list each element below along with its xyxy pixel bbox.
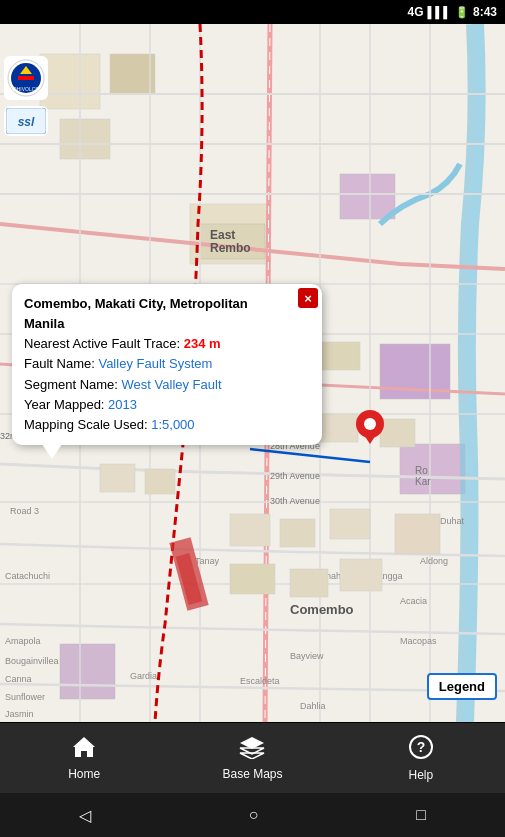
svg-text:Bougainvillea: Bougainvillea: [5, 656, 59, 666]
popup-fault-row: Fault Name: Valley Fault System: [24, 354, 310, 374]
back-button[interactable]: ◁: [59, 798, 111, 833]
status-bar: 4G ▌▌▌ 🔋 8:43: [0, 0, 505, 24]
svg-text:29th Avenue: 29th Avenue: [270, 471, 320, 481]
home-button[interactable]: ○: [229, 798, 279, 832]
logo-area: PHIVOLCS ssl: [4, 56, 48, 136]
svg-text:Canna: Canna: [5, 674, 32, 684]
legend-button[interactable]: Legend: [427, 673, 497, 700]
popup-segment-name-val: West Valley Fault: [122, 377, 222, 392]
popup-fault-name-val: Valley Fault System: [98, 356, 212, 371]
svg-text:Rembo: Rembo: [210, 241, 251, 255]
svg-text:PHIVOLCS: PHIVOLCS: [13, 86, 39, 92]
svg-text:Bayview: Bayview: [290, 651, 324, 661]
svg-text:30th Avenue: 30th Avenue: [270, 496, 320, 506]
popup-scale-label: Mapping Scale Used:: [24, 417, 148, 432]
nav-item-home[interactable]: Home: [0, 735, 168, 781]
svg-text:Comembo: Comembo: [290, 602, 354, 617]
recent-apps-button[interactable]: □: [396, 798, 446, 832]
svg-rect-57: [280, 519, 315, 547]
svg-text:Gardia: Gardia: [130, 671, 157, 681]
nav-item-basemaps[interactable]: Base Maps: [168, 735, 336, 781]
popup-distance: 234 m: [184, 336, 221, 351]
svg-marker-80: [73, 737, 95, 757]
svg-rect-1: [40, 54, 100, 109]
popup-segment-row: Segment Name: West Valley Fault: [24, 375, 310, 395]
popup-nearest-row: Nearest Active Fault Trace: 234 m: [24, 334, 310, 354]
svg-rect-66: [380, 419, 415, 447]
svg-text:Catachuchi: Catachuchi: [5, 571, 50, 581]
svg-text:Road 3: Road 3: [10, 506, 39, 516]
bottom-navigation: Home Base Maps ? Help: [0, 723, 505, 793]
svg-rect-55: [145, 469, 175, 494]
basemaps-icon: [238, 735, 266, 763]
svg-rect-75: [18, 76, 34, 80]
popup-segment-label: Segment Name:: [24, 377, 118, 392]
svg-point-71: [364, 418, 376, 430]
nav-label-home: Home: [68, 767, 100, 781]
clock: 8:43: [473, 5, 497, 19]
svg-rect-65: [320, 414, 358, 442]
svg-text:Aldong: Aldong: [420, 556, 448, 566]
ssl-logo: ssl: [4, 106, 48, 136]
svg-rect-61: [340, 559, 382, 591]
popup-title: Comembo, Makati City, Metropolitan Manil…: [24, 294, 290, 334]
popup-close-button[interactable]: ×: [298, 288, 318, 308]
signal-icon: ▌▌▌: [428, 6, 451, 18]
svg-rect-6: [340, 174, 395, 219]
popup-year-label: Year Mapped:: [24, 397, 104, 412]
svg-text:Acacia: Acacia: [400, 596, 427, 606]
svg-text:Tanay: Tanay: [195, 556, 220, 566]
nav-label-basemaps: Base Maps: [222, 767, 282, 781]
popup-scale: 1:5,000: [151, 417, 194, 432]
svg-rect-9: [60, 644, 115, 699]
svg-text:East: East: [210, 228, 235, 242]
popup-year: 2013: [108, 397, 137, 412]
svg-rect-8: [400, 444, 465, 494]
svg-text:Amapola: Amapola: [5, 636, 41, 646]
svg-text:Dahlia: Dahlia: [300, 701, 326, 711]
popup-year-row: Year Mapped: 2013: [24, 395, 310, 415]
home-icon: [71, 735, 97, 763]
android-navigation-bar: ◁ ○ □: [0, 793, 505, 837]
info-popup: × Comembo, Makati City, Metropolitan Man…: [12, 284, 322, 445]
popup-scale-row: Mapping Scale Used: 1:5,000: [24, 415, 310, 435]
nav-label-help: Help: [408, 768, 433, 782]
svg-rect-54: [100, 464, 135, 492]
phivolcs-logo: PHIVOLCS: [4, 56, 48, 100]
svg-rect-3: [60, 119, 110, 159]
svg-rect-2: [110, 54, 155, 94]
svg-text:Duhat: Duhat: [440, 516, 465, 526]
battery-icon: 🔋: [455, 6, 469, 19]
svg-text:ssl: ssl: [18, 115, 35, 129]
svg-text:Jasmin: Jasmin: [5, 709, 34, 719]
map-area[interactable]: Avenue East Rembo Comembo RoKar 32nd Ave…: [0, 24, 505, 722]
svg-text:Sunflower: Sunflower: [5, 692, 45, 702]
svg-rect-59: [230, 564, 275, 594]
svg-text:Macopas: Macopas: [400, 636, 437, 646]
svg-rect-60: [290, 569, 328, 597]
svg-text:?: ?: [417, 739, 426, 755]
svg-rect-58: [330, 509, 370, 539]
svg-rect-56: [230, 514, 270, 546]
svg-marker-81: [240, 737, 264, 749]
popup-nearest-label: Nearest Active Fault Trace:: [24, 336, 180, 351]
help-icon: ?: [408, 734, 434, 764]
nav-item-help[interactable]: ? Help: [337, 734, 505, 782]
svg-text:Escaldeta: Escaldeta: [240, 676, 280, 686]
svg-rect-69: [320, 342, 360, 370]
svg-rect-62: [395, 514, 440, 554]
popup-fault-label: Fault Name:: [24, 356, 95, 371]
signal-indicator: 4G: [408, 5, 424, 19]
